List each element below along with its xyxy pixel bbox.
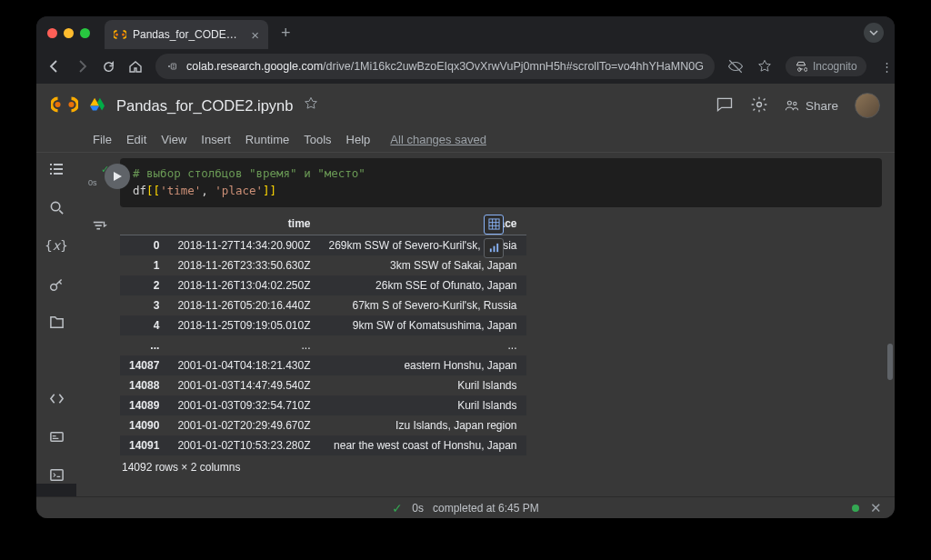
toc-icon[interactable] xyxy=(47,160,65,178)
row-index: 14089 xyxy=(120,395,168,415)
close-window-button[interactable] xyxy=(47,28,57,38)
drive-icon[interactable] xyxy=(89,97,105,115)
titlebar: Pandas_for_CODE2.ipynb - C × + xyxy=(36,16,895,49)
menu-view[interactable]: View xyxy=(161,133,186,146)
site-info-icon[interactable] xyxy=(166,61,177,72)
svg-rect-15 xyxy=(50,173,52,175)
svg-rect-26 xyxy=(493,246,495,253)
menu-tools[interactable]: Tools xyxy=(304,133,331,146)
menu-file[interactable]: File xyxy=(93,133,112,146)
browser-menu-icon[interactable]: ⋮ xyxy=(879,60,895,74)
home-icon[interactable] xyxy=(128,59,143,74)
table-row: 32018-11-26T05:20:16.440Z67km S of Sever… xyxy=(120,295,526,315)
svg-rect-5 xyxy=(173,67,175,68)
url-text: colab.research.google.com/drive/1Mi16kc2… xyxy=(186,60,704,73)
close-status-icon[interactable]: ✕ xyxy=(870,500,882,516)
settings-gear-icon[interactable] xyxy=(750,95,768,116)
command-palette-icon[interactable] xyxy=(47,427,65,445)
left-rail: {x} xyxy=(36,153,76,484)
table-row: 140872001-01-04T04:18:21.430Zeastern Hon… xyxy=(120,355,526,375)
cell-place: 3km SSW of Sakai, Japan xyxy=(319,255,526,275)
cell-time: 2018-11-27T14:34:20.900Z xyxy=(168,235,319,255)
dataframe-table: time place 02018-11-27T14:34:20.900Z269k… xyxy=(120,213,526,455)
svg-point-9 xyxy=(787,101,791,105)
notebook-area[interactable]: ✓ 0s # выбор столбцов "время" и "место" … xyxy=(76,153,895,496)
scrollbar-thumb[interactable] xyxy=(887,344,893,380)
index-header xyxy=(120,213,168,235)
save-status[interactable]: All changes saved xyxy=(390,133,486,146)
menu-insert[interactable]: Insert xyxy=(201,133,231,146)
star-icon[interactable] xyxy=(304,96,318,115)
run-cell-button[interactable] xyxy=(105,164,130,189)
table-row: 140882001-01-03T14:47:49.540ZKuril Islan… xyxy=(120,375,526,395)
nav-forward-icon[interactable] xyxy=(75,59,89,74)
row-index: 4 xyxy=(120,315,168,335)
svg-point-17 xyxy=(51,202,59,210)
variables-icon[interactable]: {x} xyxy=(47,236,65,255)
svg-rect-4 xyxy=(173,65,175,66)
eye-off-icon[interactable] xyxy=(727,58,744,75)
kernel-status-dot xyxy=(852,505,859,512)
cell-place: 9km SW of Komatsushima, Japan xyxy=(319,315,526,335)
browser-tab[interactable]: Pandas_for_CODE2.ipynb - C × xyxy=(105,20,268,49)
minimize-window-button[interactable] xyxy=(64,28,74,38)
cell-time: 2001-01-02T10:53:23.280Z xyxy=(168,435,319,455)
bookmark-star-icon[interactable] xyxy=(756,59,773,74)
cell-place: eastern Honshu, Japan xyxy=(319,355,526,375)
cell-place: Kuril Islands xyxy=(319,375,526,395)
browser-window: Pandas_for_CODE2.ipynb - C × + colab.res… xyxy=(36,16,895,518)
window-chevron-icon[interactable] xyxy=(864,23,884,43)
col-time: time xyxy=(168,213,319,235)
output-filter-icon[interactable] xyxy=(91,218,109,236)
search-icon[interactable] xyxy=(47,198,65,216)
cell-time: 2001-01-02T20:29:49.670Z xyxy=(168,415,319,435)
chart-view-icon[interactable] xyxy=(484,238,504,258)
svg-point-8 xyxy=(756,102,761,106)
table-view-icon[interactable] xyxy=(484,215,504,235)
cell-output: time place 02018-11-27T14:34:20.900Z269k… xyxy=(120,213,882,479)
cell-time: 2001-01-03T09:32:54.710Z xyxy=(168,395,319,415)
share-button[interactable]: Share xyxy=(785,98,838,113)
colab-logo-icon[interactable] xyxy=(51,95,78,116)
secrets-key-icon[interactable] xyxy=(47,275,65,293)
dataframe-shape: 14092 rows × 2 columns xyxy=(120,455,882,479)
menu-runtime[interactable]: Runtime xyxy=(245,133,289,146)
reload-icon[interactable] xyxy=(102,60,115,74)
maximize-window-button[interactable] xyxy=(80,28,90,38)
row-index: 1 xyxy=(120,255,168,275)
code-snippets-icon[interactable] xyxy=(47,389,65,407)
row-index: 0 xyxy=(120,235,168,255)
svg-rect-27 xyxy=(496,244,498,252)
comment-icon[interactable] xyxy=(716,95,734,116)
table-row: 22018-11-26T13:04:02.250Z26km SSE of Ofu… xyxy=(120,275,526,295)
url-box[interactable]: colab.research.google.com/drive/1Mi16kc2… xyxy=(155,54,715,79)
code-comment: # выбор столбцов "время" и "место" xyxy=(133,166,365,180)
files-icon[interactable] xyxy=(47,313,65,331)
status-check-icon: ✓ xyxy=(392,501,403,515)
svg-rect-21 xyxy=(94,221,104,223)
cell-time: 2001-01-04T04:18:21.430Z xyxy=(168,355,319,375)
menu-edit[interactable]: Edit xyxy=(126,133,146,146)
colab-favicon-icon xyxy=(114,28,126,41)
code-cell[interactable]: ✓ 0s # выбор столбцов "время" и "место" … xyxy=(89,158,882,479)
svg-point-10 xyxy=(794,102,796,105)
menu-help[interactable]: Help xyxy=(346,133,371,146)
code-editor[interactable]: # выбор столбцов "время" и "место" df[['… xyxy=(120,158,882,207)
tab-close-icon[interactable]: × xyxy=(251,27,259,43)
nav-back-icon[interactable] xyxy=(47,59,62,74)
new-tab-button[interactable]: + xyxy=(281,24,291,43)
document-title[interactable]: Pandas_for_CODE2.ipynb xyxy=(116,97,293,115)
user-avatar[interactable] xyxy=(855,93,880,118)
svg-rect-3 xyxy=(171,64,175,69)
svg-point-18 xyxy=(50,284,56,290)
cell-time: 2001-01-03T14:47:49.540Z xyxy=(168,375,319,395)
traffic-lights xyxy=(47,28,90,38)
table-header-row: time place xyxy=(120,213,526,235)
terminal-icon[interactable] xyxy=(47,465,65,484)
cell-place: ... xyxy=(319,335,526,355)
svg-rect-20 xyxy=(50,469,62,479)
incognito-badge[interactable]: Incognito xyxy=(786,56,866,76)
svg-rect-25 xyxy=(489,248,491,252)
table-row: 12018-11-26T23:33:50.630Z3km SSW of Saka… xyxy=(120,255,526,275)
svg-point-6 xyxy=(55,101,60,106)
